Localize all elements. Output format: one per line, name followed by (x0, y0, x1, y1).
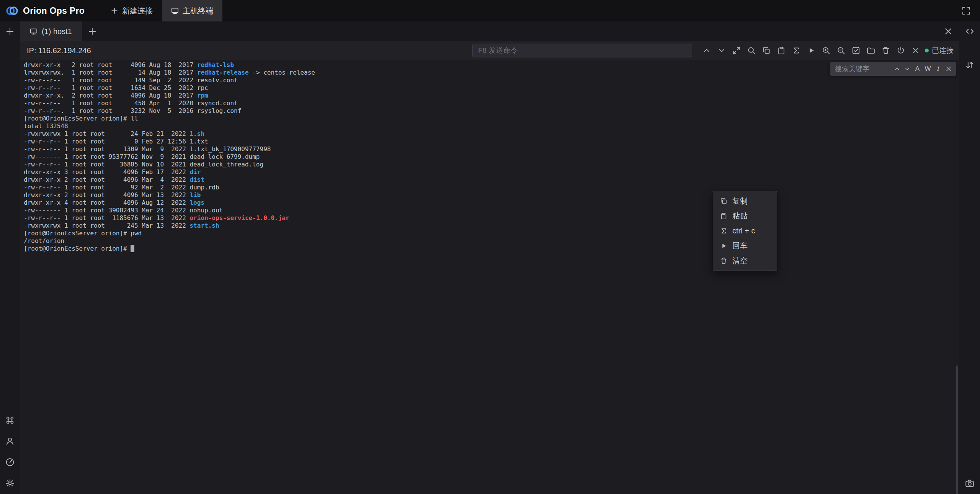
clear-screen-button[interactable] (880, 44, 892, 56)
connected-dot-icon (925, 49, 929, 52)
terminal-line: total 132548 (24, 122, 959, 130)
open-window-button[interactable] (730, 44, 742, 56)
sftp-button[interactable] (865, 44, 877, 56)
command-input[interactable] (472, 44, 692, 57)
menu-enter[interactable]: 回车 (713, 238, 777, 253)
terminal-header-bar: IP: 116.62.194.246 已连接 (20, 41, 959, 60)
terminal-line: drwxr-xr-x 2 root root 4096 Mar 13 2022 … (24, 191, 959, 199)
terminal-line: drwxr-xr-x 2 root root 4096 Aug 18 2017 … (24, 61, 959, 69)
search-buttons: AWI (892, 64, 954, 74)
zoom-in-button[interactable] (820, 44, 832, 56)
regex-button[interactable]: I (933, 64, 943, 74)
menu-item-label: ctrl + c (732, 227, 755, 235)
search-prev-button[interactable] (892, 64, 902, 74)
monitor-button[interactable] (3, 455, 17, 469)
terminal-line: drwxr-xr-x. 2 root root 4096 Aug 18 2017… (24, 92, 959, 99)
scroll-up-button[interactable] (701, 44, 712, 56)
zoom-out-button[interactable] (835, 44, 847, 56)
add-connection-button[interactable] (3, 24, 17, 38)
terminal-line: -rw-r--r-- 1 root root 92 Mar 2 2022 dum… (24, 184, 959, 191)
top-nav: 新建连接 主机终端 (101, 0, 222, 21)
terminal-line: -rw------- 1 root root 95377762 Nov 9 20… (24, 153, 959, 161)
menu-item-label: 粘贴 (732, 211, 748, 221)
terminal-line: lrwxrwxrwx. 1 root root 14 Aug 18 2017 r… (24, 69, 959, 77)
terminal-tabbar: (1) host1 (20, 21, 959, 41)
copy-button[interactable] (760, 44, 772, 56)
copy-icon (720, 197, 727, 205)
search-button[interactable] (745, 44, 757, 56)
terminal-icon (171, 7, 179, 15)
terminal-line: [root@OrionEcsServer orion]# ll (24, 115, 959, 122)
terminal-line: -rw------- 1 root root 39082493 Mar 24 2… (24, 207, 959, 214)
disconnect-button[interactable] (895, 44, 906, 56)
terminal-line: -rw-r--r-- 1 root root 1634 Dec 25 2012 … (24, 84, 959, 92)
tab-host1[interactable]: (1) host1 (20, 21, 82, 41)
close-all-tabs-button[interactable] (941, 24, 955, 38)
trash-icon (720, 257, 727, 264)
app-root: Orion Ops Pro 新建连接 主机终端 (1) host1 (0, 0, 980, 494)
tabbar-spacer (99, 21, 941, 41)
new-tab-button[interactable] (85, 24, 99, 38)
right-sidebar (959, 21, 980, 494)
close-terminal-button[interactable] (910, 44, 921, 56)
menu-ctrl-c[interactable]: ctrl + c (713, 223, 777, 238)
select-mode-button[interactable] (850, 44, 862, 56)
terminal-line: -rw-r--r-- 1 root root 1185676 Mar 13 20… (24, 214, 959, 222)
menu-paste[interactable]: 粘贴 (713, 209, 777, 223)
search-close-button[interactable] (943, 64, 954, 74)
left-sidebar (0, 21, 20, 494)
menu-item-label: 清空 (732, 256, 748, 266)
terminal-line: -rw-r--r-- 1 root root 1309 Mar 9 2022 1… (24, 145, 959, 153)
settings-button[interactable] (3, 476, 17, 490)
app-title: Orion Ops Pro (23, 6, 85, 16)
enter-button[interactable] (805, 44, 817, 56)
terminal-context-menu: 复制粘贴ctrl + c回车清空 (713, 191, 777, 271)
terminal-scrollbar[interactable] (956, 365, 958, 494)
scroll-down-button[interactable] (715, 44, 727, 56)
terminal-output: drwxr-xr-x 2 root root 4096 Aug 18 2017 … (20, 60, 959, 253)
connected-label: 已连接 (932, 46, 954, 55)
fullscreen-button[interactable] (959, 4, 973, 18)
menu-copy[interactable]: 复制 (713, 194, 777, 209)
sort-button[interactable] (963, 58, 977, 72)
editor-button[interactable] (963, 24, 977, 38)
terminal-line: -rw-r--r-- 1 root root 458 Apr 1 2020 rs… (24, 99, 959, 107)
whole-word-button[interactable]: W (923, 64, 933, 74)
nav-new-connection[interactable]: 新建连接 (101, 0, 162, 21)
terminal-search-widget: AWI (830, 62, 956, 76)
terminal-line: -rw-r--r-- 1 root root 0 Feb 27 12:56 1.… (24, 138, 959, 145)
terminal-line: drwxr-xr-x 2 root root 4096 Mar 4 2022 d… (24, 176, 959, 184)
search-next-button[interactable] (902, 64, 912, 74)
user-button[interactable] (3, 434, 17, 448)
sigma-icon (720, 227, 727, 235)
match-case-button[interactable]: A (912, 64, 923, 74)
nav-host-terminal[interactable]: 主机终端 (162, 0, 222, 21)
menu-clear[interactable]: 清空 (713, 253, 777, 268)
plus-icon (111, 7, 118, 15)
app-logo-icon (5, 4, 18, 17)
terminal-line: -rwxrwxrwx 1 root root 245 Mar 13 2022 s… (24, 222, 959, 230)
terminal-line: -rw-r--r-- 1 root root 36885 Nov 10 2021… (24, 161, 959, 168)
topbar: Orion Ops Pro 新建连接 主机终端 (0, 0, 980, 21)
terminal-line: [root@OrionEcsServer orion]# (24, 245, 959, 253)
left-rail-top (3, 21, 17, 38)
menu-item-label: 复制 (732, 196, 748, 206)
terminal-line: [root@OrionEcsServer orion]# pwd (24, 230, 959, 237)
right-rail-top (963, 21, 977, 72)
paste-icon (720, 212, 727, 220)
terminal-line: drwxr-xr-x 4 root root 4096 Aug 12 2022 … (24, 199, 959, 207)
terminal-line: -rw-r--r-- 1 root root 149 Sep 2 2022 re… (24, 77, 959, 84)
terminal-screen[interactable]: drwxr-xr-x 2 root root 4096 Aug 18 2017 … (20, 60, 959, 494)
left-rail-bottom (3, 413, 17, 494)
terminal-line: -rwxrwxrwx 1 root root 24 Feb 21 2022 1.… (24, 130, 959, 138)
ctrl-c-button[interactable] (790, 44, 802, 56)
nav-new-connection-label: 新建连接 (122, 6, 153, 16)
paste-button[interactable] (775, 44, 787, 56)
screenshot-button[interactable] (963, 476, 977, 490)
search-input[interactable] (835, 65, 892, 73)
terminal-line: /root/orion (24, 237, 959, 245)
terminal-toolbar (701, 44, 921, 56)
nav-host-terminal-label: 主机终端 (183, 6, 213, 16)
terminal-line: -rw-r--r--. 1 root root 3232 Nov 5 2016 … (24, 107, 959, 115)
shortcut-button[interactable] (3, 413, 17, 427)
